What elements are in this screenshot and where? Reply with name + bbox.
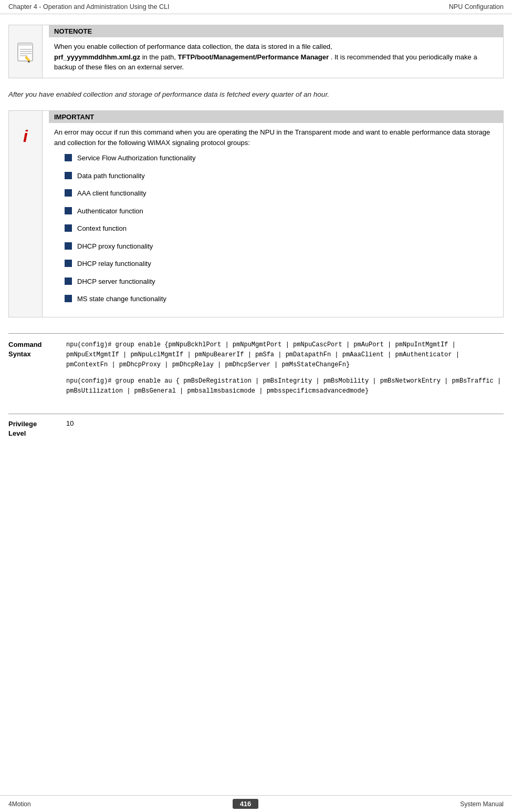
list-item-text: DHCP server functionality — [77, 276, 155, 287]
bullet-square-icon — [65, 172, 72, 179]
list-item-text: Service Flow Authorization functionality — [77, 153, 195, 163]
page-header: Chapter 4 - Operation and Administration… — [0, 0, 512, 14]
bullet-square-icon — [65, 295, 72, 302]
note-title: NOTENOTE — [49, 25, 503, 37]
bullet-square-icon — [65, 224, 72, 232]
page-footer: 4Motion 416 System Manual — [0, 795, 512, 812]
note-body-text2: in the path, — [142, 53, 178, 61]
list-item-text: MS state change functionality — [77, 294, 166, 304]
note-icon-col — [9, 25, 43, 78]
list-item-text: DHCP relay functionality — [77, 259, 151, 269]
cmd1: npu(config)# group enable {pmNpuBckhlPor… — [66, 340, 504, 371]
header-right: NPU Configuration — [449, 3, 504, 11]
important-content-col: IMPORTANT An error may occur if run this… — [49, 111, 503, 317]
priv-label-line1: Privilege — [8, 420, 37, 428]
bullet-square-icon — [65, 189, 72, 197]
important-title: IMPORTANT — [49, 111, 503, 123]
note-body: When you enable collection of performanc… — [49, 42, 503, 78]
important-body-text: An error may occur if run this command w… — [54, 128, 490, 147]
command-syntax-section: Command Syntax npu(config)# group enable… — [8, 333, 504, 403]
bullet-square-icon — [65, 277, 72, 285]
main-content: NOTENOTE When you enable collection of p… — [0, 14, 512, 449]
note-bold1: prf_yyyymmddhhm.xml.gz — [54, 53, 140, 61]
list-item: AAA client functionality — [65, 188, 498, 199]
privilege-level-section: Privilege Level 10 — [8, 414, 504, 438]
footer-right: System Manual — [460, 800, 504, 808]
note-bold2: TFTP/boot/Management/Performance Manager — [178, 53, 329, 61]
list-item-text: Context function — [77, 223, 127, 234]
header-left: Chapter 4 - Operation and Administration… — [8, 3, 169, 11]
list-item: Service Flow Authorization functionality — [65, 153, 498, 163]
cmd-label-line2: Syntax — [8, 350, 31, 358]
note-box: NOTENOTE When you enable collection of p… — [8, 25, 504, 78]
italic-paragraph: After you have enabled collection and st… — [8, 89, 504, 100]
list-item: DHCP proxy functionality — [65, 241, 498, 252]
list-item: DHCP server functionality — [65, 276, 498, 287]
bullet-square-icon — [65, 242, 72, 250]
footer-left: 4Motion — [8, 800, 31, 808]
bullet-square-icon — [65, 154, 72, 161]
important-icon: i — [23, 127, 28, 146]
cmd-label-line1: Command — [8, 341, 42, 348]
list-item-text: DHCP proxy functionality — [77, 241, 153, 252]
note-body-text1: When you enable collection of performanc… — [54, 43, 332, 50]
list-item: DHCP relay functionality — [65, 259, 498, 269]
priv-label-line2: Level — [8, 429, 26, 437]
bullet-square-icon — [65, 260, 72, 267]
privilege-label: Privilege Level — [8, 419, 66, 438]
note-content-col: NOTENOTE When you enable collection of p… — [49, 25, 503, 78]
list-item: MS state change functionality — [65, 294, 498, 304]
bullet-square-icon — [65, 207, 72, 214]
list-item-text: Authenticator function — [77, 206, 143, 217]
list-item: Context function — [65, 223, 498, 234]
list-item: Data path functionality — [65, 171, 498, 181]
svg-rect-1 — [18, 43, 33, 46]
list-item: Authenticator function — [65, 206, 498, 217]
bullet-list: Service Flow Authorization functionality… — [65, 153, 498, 304]
privilege-value: 10 — [66, 419, 504, 438]
list-item-text: Data path functionality — [77, 171, 145, 181]
important-body: An error may occur if run this command w… — [49, 127, 503, 317]
svg-rect-0 — [18, 43, 33, 61]
important-icon-col: i — [9, 111, 43, 317]
command-syntax-label: Command Syntax — [8, 340, 66, 403]
cmd2: npu(config)# group enable au { pmBsDeReg… — [66, 376, 504, 396]
footer-page-number: 416 — [233, 799, 259, 809]
important-box: i IMPORTANT An error may occur if run th… — [8, 110, 504, 317]
command-syntax-content: npu(config)# group enable {pmNpuBckhlPor… — [66, 340, 504, 403]
notepad-icon — [15, 41, 37, 63]
list-item-text: AAA client functionality — [77, 188, 147, 199]
